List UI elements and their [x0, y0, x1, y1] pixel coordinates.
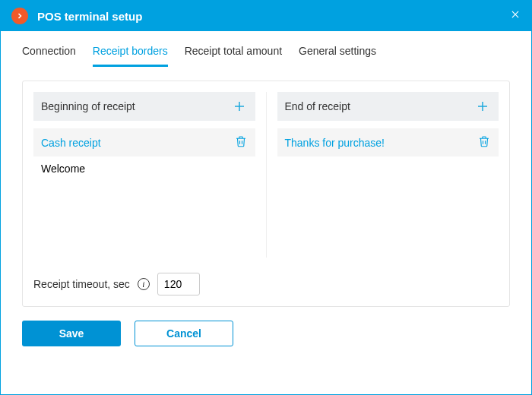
end-column-title: End of receipt: [285, 100, 350, 112]
tab-connection[interactable]: Connection: [22, 45, 76, 67]
tabs-bar: Connection Receipt borders Receipt total…: [1, 31, 531, 67]
receipt-borders-panel: Beginning of receipt Cash receipt Welcom…: [22, 81, 510, 307]
info-icon[interactable]: i: [138, 278, 150, 290]
add-end-item-button[interactable]: [474, 98, 491, 115]
modal-footer: Save Cancel: [1, 307, 531, 360]
tab-receipt-total-amount[interactable]: Receipt total amount: [185, 45, 282, 67]
list-item-label: Thanks for purchase!: [285, 137, 385, 149]
beginning-column-title: Beginning of receipt: [41, 100, 135, 112]
beginning-column-header: Beginning of receipt: [33, 92, 255, 121]
list-item[interactable]: Thanks for purchase!: [277, 128, 499, 156]
end-item-list: Thanks for purchase!: [277, 128, 499, 258]
receipt-timeout-row: Receipt timeout, sec i: [33, 273, 499, 295]
close-button[interactable]: [510, 9, 521, 23]
delete-item-button[interactable]: [477, 134, 491, 150]
modal-title: POS terminal setup: [37, 10, 510, 23]
list-item-label: Welcome: [41, 163, 85, 175]
save-button[interactable]: Save: [22, 321, 121, 346]
end-of-receipt-column: End of receipt Thanks for purchase!: [277, 92, 499, 258]
add-beginning-item-button[interactable]: [231, 98, 248, 115]
tab-general-settings[interactable]: General settings: [299, 45, 376, 67]
tab-receipt-borders[interactable]: Receipt borders: [93, 45, 168, 67]
list-item-label: Cash receipt: [41, 137, 101, 149]
receipt-timeout-label: Receipt timeout, sec: [33, 278, 130, 290]
beginning-of-receipt-column: Beginning of receipt Cash receipt Welcom…: [33, 92, 267, 258]
list-item[interactable]: Welcome: [33, 156, 255, 181]
end-column-header: End of receipt: [277, 92, 499, 121]
cancel-button[interactable]: Cancel: [135, 321, 233, 346]
pos-terminal-setup-modal: POS terminal setup Connection Receipt bo…: [0, 0, 532, 395]
app-logo-icon: [11, 8, 28, 24]
receipt-timeout-input[interactable]: [157, 273, 200, 295]
beginning-item-list: Cash receipt Welcome: [33, 128, 255, 258]
list-item[interactable]: Cash receipt: [33, 128, 255, 156]
modal-header: POS terminal setup: [1, 1, 531, 31]
delete-item-button[interactable]: [234, 134, 248, 150]
